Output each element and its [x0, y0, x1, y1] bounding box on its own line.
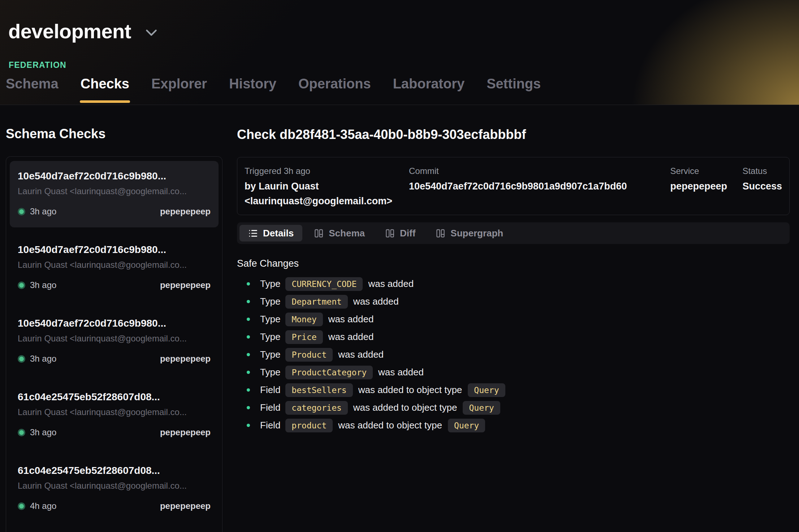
change-code-chip: Department	[285, 295, 347, 309]
check-time: 4h ago	[30, 501, 56, 511]
change-kind: Type	[260, 296, 280, 307]
change-code-chip: bestSellers	[285, 383, 353, 397]
status-dot-icon	[18, 282, 25, 289]
check-author: Laurin Quast <laurinquast@googlemail.co.…	[18, 333, 211, 344]
change-description: was added	[338, 349, 384, 360]
change-code-chip: product	[285, 419, 333, 432]
check-commit-id: 61c04e25475eb52f28607d08...	[18, 391, 211, 403]
triggered-label: Triggered 3h ago	[245, 166, 409, 176]
nav-tab-checks[interactable]: Checks	[80, 76, 130, 105]
change-description: was added to object type	[338, 420, 442, 431]
view-tab-diff[interactable]: Diff	[376, 225, 424, 241]
change-kind: Type	[260, 367, 280, 378]
sidebar-heading: Schema Checks	[6, 127, 223, 140]
change-kind: Type	[260, 278, 280, 289]
change-code-chip: Price	[285, 330, 323, 344]
nav-tab-operations[interactable]: Operations	[298, 76, 372, 105]
change-code-chip: categories	[285, 401, 347, 415]
change-target-chip: Query	[463, 401, 500, 415]
main-navigation: SchemaChecksExplorerHistoryOperationsLab…	[5, 76, 541, 105]
nav-tab-history[interactable]: History	[228, 76, 277, 105]
check-time: 3h ago	[30, 354, 56, 364]
check-service: pepepepeep	[160, 354, 211, 364]
change-row: Field categories was added to object typ…	[237, 399, 790, 417]
check-time: 3h ago	[30, 280, 56, 290]
change-description: was added	[328, 314, 374, 325]
nav-tab-explorer[interactable]: Explorer	[151, 76, 208, 105]
change-description: was added	[368, 278, 414, 289]
nav-tab-settings[interactable]: Settings	[486, 76, 541, 105]
change-row: Type Product was added	[237, 346, 790, 363]
change-row: Type Department was added	[237, 293, 790, 310]
check-view-tabs: Details Schema Diff Supergraph	[237, 222, 790, 244]
columns-icon	[436, 228, 445, 238]
nav-tab-laboratory[interactable]: Laboratory	[392, 76, 465, 105]
schema-check-list-item[interactable]: 10e540d7aef72c0d716c9b980... Laurin Quas…	[10, 161, 219, 227]
bullet-icon	[247, 406, 250, 409]
change-kind: Type	[260, 331, 280, 343]
commit-hash: 10e540d7aef72c0d716c9b9801a9d907c1a7bd60	[409, 179, 670, 194]
change-kind: Field	[260, 402, 280, 413]
check-author: Laurin Quast <laurinquast@googlemail.co.…	[18, 260, 211, 270]
nav-tab-schema[interactable]: Schema	[5, 76, 59, 105]
change-row: Field bestSellers was added to object ty…	[237, 381, 790, 399]
changes-list: Type CURRENCY_CODE was added Type Depart…	[237, 275, 790, 434]
status-value: Success	[742, 179, 782, 194]
bullet-icon	[247, 282, 250, 285]
schema-check-list-item[interactable]: 10e540d7aef72c0d716c9b980... Laurin Quas…	[10, 235, 219, 301]
change-row: Type ProductCategory was added	[237, 363, 790, 381]
view-tab-schema[interactable]: Schema	[305, 225, 373, 241]
bullet-icon	[247, 335, 250, 339]
status-dot-icon	[18, 208, 25, 215]
change-target-chip: Query	[448, 419, 485, 432]
change-kind: Field	[260, 384, 280, 396]
meta-status: Status Success	[742, 166, 782, 209]
view-tab-supergraph[interactable]: Supergraph	[427, 225, 512, 241]
page-header: development FEDERATION SchemaChecksExplo…	[0, 0, 799, 105]
change-kind: Type	[260, 349, 280, 360]
change-code-chip: Money	[285, 313, 323, 326]
triggered-email: <laurinquast@googlemail.com>	[245, 194, 409, 209]
change-code-chip: ProductCategory	[285, 366, 373, 379]
check-meta-card: Triggered 3h ago by Laurin Quast <laurin…	[237, 157, 790, 215]
commit-label: Commit	[409, 166, 670, 176]
bullet-icon	[247, 388, 250, 392]
meta-service: Service pepepepeep	[670, 166, 742, 209]
schema-check-list-item[interactable]: 10e540d7aef72c0d716c9b980... Laurin Quas…	[10, 308, 219, 375]
status-dot-icon	[18, 429, 25, 436]
schema-check-list-item[interactable]: 61c04e25475eb52f28607d08... Laurin Quast…	[10, 382, 219, 448]
check-heading: Check db28f481-35aa-40b0-b8b9-303ecfabbb…	[237, 127, 790, 142]
schema-check-list-item[interactable]: 61c04e25475eb52f28607d08... Laurin Quast…	[10, 455, 219, 522]
change-row: Field product was added to object type Q…	[237, 417, 790, 434]
change-code-chip: CURRENCY_CODE	[285, 277, 363, 291]
target-title: development	[8, 20, 131, 43]
bullet-icon	[247, 353, 250, 356]
change-description: was added to object type	[358, 384, 462, 396]
content-area: Schema Checks 10e540d7aef72c0d716c9b980.…	[0, 105, 799, 532]
change-kind: Type	[260, 314, 280, 325]
change-kind: Field	[260, 420, 280, 431]
check-commit-id: 61c04e25475eb52f28607d08...	[18, 465, 211, 476]
change-row: Type Price was added	[237, 328, 790, 346]
schema-checks-sidebar: Schema Checks 10e540d7aef72c0d716c9b980.…	[6, 105, 223, 532]
check-commit-id: 10e540d7aef72c0d716c9b980...	[18, 318, 211, 329]
change-description: was added to object type	[353, 402, 457, 413]
meta-triggered: Triggered 3h ago by Laurin Quast <laurin…	[245, 166, 409, 209]
change-description: was added	[378, 367, 424, 378]
triggered-by: by Laurin Quast	[245, 179, 409, 194]
check-service: pepepepeep	[160, 280, 211, 290]
check-commit-id: 10e540d7aef72c0d716c9b980...	[18, 244, 211, 256]
check-commit-id: 10e540d7aef72c0d716c9b980...	[18, 170, 211, 182]
columns-icon	[314, 228, 324, 238]
status-dot-icon	[18, 355, 25, 363]
check-service: pepepepeep	[160, 501, 211, 511]
view-tab-details[interactable]: Details	[239, 225, 302, 241]
bullet-icon	[247, 424, 250, 427]
chevron-down-icon[interactable]	[146, 29, 157, 36]
federation-badge: FEDERATION	[9, 60, 799, 70]
checks-list: 10e540d7aef72c0d716c9b980... Laurin Quas…	[6, 156, 223, 532]
change-description: was added	[328, 331, 374, 343]
bullet-icon	[247, 371, 250, 374]
meta-commit: Commit 10e540d7aef72c0d716c9b9801a9d907c…	[409, 166, 670, 209]
check-time: 3h ago	[30, 206, 56, 217]
